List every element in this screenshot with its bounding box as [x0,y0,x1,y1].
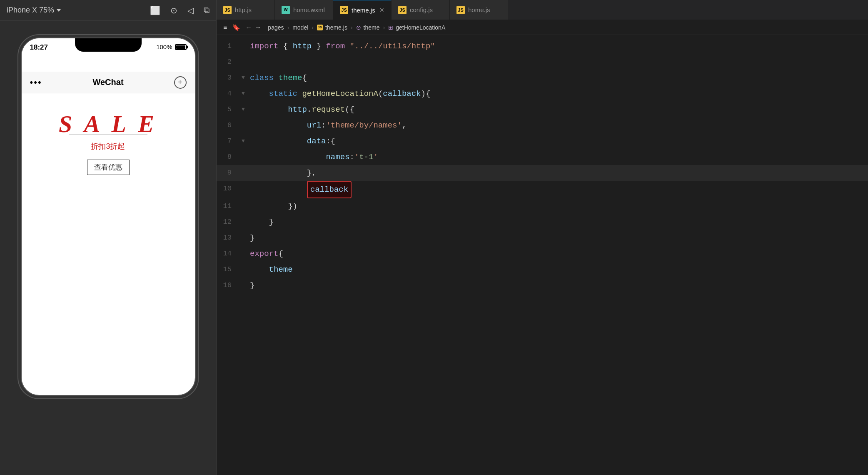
breadcrumb-method[interactable]: ⊞ getHomeLocationA [388,24,445,31]
battery-icon [175,44,187,50]
fold-btn[interactable]: ▼ [242,86,250,102]
code-text: } [250,230,868,246]
phone-container: 18:27 100% ••• WeChat + S A L E 折扣3折起 [21,38,196,396]
fold-btn[interactable]: ▼ [242,133,250,149]
sep2: › [312,24,314,31]
tab-label: http.js [235,6,252,13]
line-number: 15 [217,262,242,278]
phone-battery-area: 100% [156,43,186,50]
fold-btn[interactable]: ▼ [242,70,250,86]
sale-heading: S A L E [59,110,157,138]
code-line-2: 2 [217,54,868,70]
record-icon[interactable]: ⊙ [170,5,177,15]
tab-label: theme.js [352,7,375,14]
code-text: url:'theme/by/names', [250,118,868,133]
breadcrumb-pages[interactable]: pages [268,24,284,31]
device-preview-panel: iPhone X 75% ⬜ ⊙ ◁ ⧉ 18:27 100% [0,0,217,475]
code-line-1: 1 ▼ import { http } from "../../utils/ht… [217,38,868,54]
battery-fill [176,45,185,49]
bookmark-icon[interactable]: 🔖 [232,23,240,31]
tablet-icon[interactable]: ⬜ [150,5,160,15]
code-area: 1 ▼ import { http } from "../../utils/ht… [217,35,868,475]
code-line-6: 6 url:'theme/by/names', [217,118,868,133]
code-text: http.requset({ [250,102,868,118]
tab-label: home.js [468,6,490,13]
js-icon: JS [223,6,232,14]
tab-config-js[interactable]: JS config.js [392,0,450,20]
line-number: 8 [217,149,242,165]
line-number: 10 [217,181,242,197]
battery-percent: 100% [156,43,172,50]
phone-notch [75,38,142,52]
phone-status-bar: 18:27 100% [22,38,195,72]
js-file-icon: JS [317,25,323,30]
fold-btn[interactable]: ▼ [242,102,250,118]
sep1: › [287,24,289,31]
view-discount-button[interactable]: 查看优惠 [87,160,130,175]
code-editor-panel: JS http.js W home.wxml JS theme.js ✕ JS … [217,0,868,475]
code-line-3: 3 ▼ class theme{ [217,70,868,86]
device-name-label: iPhone X 75% [7,6,54,15]
wechat-add-button[interactable]: + [174,76,187,89]
wechat-title: WeChat [92,78,123,87]
code-line-11: 11 }) [217,198,868,214]
chevron-down-icon [57,9,61,12]
tab-theme-js[interactable]: JS theme.js ✕ [333,0,392,20]
phone-frame: 18:27 100% ••• WeChat + S A L E 折扣3折起 [21,38,196,396]
line-number: 1 [217,38,242,54]
code-line-7: 7 ▼ data:{ [217,133,868,149]
phone-time: 18:27 [30,43,48,52]
wxml-icon: W [282,6,290,14]
sep4: › [383,24,385,31]
editor-tab-bar: JS http.js W home.wxml JS theme.js ✕ JS … [217,0,868,20]
code-line-16: 16 } [217,278,868,293]
code-line-5: 5 ▼ http.requset({ [217,102,868,118]
tab-http-js[interactable]: JS http.js [217,0,275,20]
code-line-10: 10 callback [217,181,868,198]
line-number: 16 [217,278,242,293]
js-icon: JS [456,6,465,14]
breadcrumb-model[interactable]: model [292,24,308,31]
line-number: 14 [217,246,242,262]
breadcrumb-nav: ← → [245,24,261,31]
line-number: 4 [217,86,242,102]
line-number: 5 [217,102,242,118]
line-number: 9 [217,165,242,181]
phone-content: S A L E 折扣3折起 查看优惠 [22,93,195,175]
breadcrumb-bar: ≡ 🔖 ← → pages › model › JS theme.js › ⊙ … [217,20,868,35]
device-toolbar: iPhone X 75% ⬜ ⊙ ◁ ⧉ [0,0,216,21]
code-line-8: 8 names:'t-1' [217,149,868,165]
breadcrumb-back-icon[interactable]: ← [245,24,252,31]
method-icon: ⊞ [388,24,393,31]
js-icon: JS [340,6,348,14]
code-line-13: 13 } [217,230,868,246]
back-icon[interactable]: ◁ [187,5,194,15]
line-number: 7 [217,133,242,149]
code-text: import { http } from "../../utils/http" [250,38,868,54]
code-text: data:{ [250,133,868,149]
line-number: 11 [217,198,242,214]
line-number: 2 [217,54,242,70]
breadcrumb-theme-symbol[interactable]: ⊙ theme [356,24,380,31]
tab-home-wxml[interactable]: W home.wxml [275,0,333,20]
menu-lines-icon[interactable]: ≡ [223,24,227,31]
js-icon: JS [398,6,407,14]
toolbar-icons: ⬜ ⊙ ◁ ⧉ [150,5,210,15]
breadcrumb-forward-icon[interactable]: → [254,24,261,31]
wechat-header: ••• WeChat + [22,72,195,93]
code-text: export{ [250,246,868,262]
code-line-14: 14 export{ [217,246,868,262]
wechat-menu-dots[interactable]: ••• [30,77,42,88]
breadcrumb-file[interactable]: JS theme.js [317,24,347,31]
tab-close-icon[interactable]: ✕ [379,7,384,13]
callback-highlight-box: callback [307,181,352,198]
tab-label: home.wxml [293,6,325,13]
code-line-15: 15 theme [217,262,868,278]
copy-icon[interactable]: ⧉ [204,5,210,15]
line-number: 6 [217,118,242,133]
sep3: › [351,24,353,31]
tab-home-js[interactable]: JS home.js [450,0,508,20]
code-text: }) [250,198,868,214]
code-line-12: 12 } [217,214,868,230]
device-selector[interactable]: iPhone X 75% [7,6,61,15]
